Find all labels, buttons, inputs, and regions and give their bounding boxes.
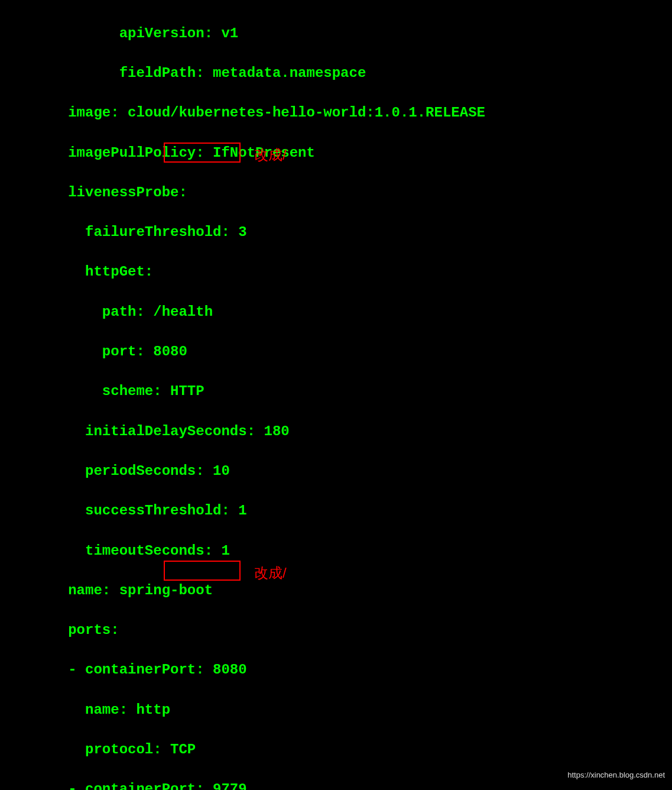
code-line: httpGet: bbox=[0, 262, 672, 282]
code-text: name: http bbox=[34, 702, 170, 718]
indent bbox=[0, 503, 34, 519]
indent bbox=[0, 622, 34, 638]
code-line: path: /health bbox=[0, 302, 672, 322]
annotation-change-to-2: 改成/ bbox=[254, 563, 287, 583]
indent bbox=[0, 702, 34, 718]
indent bbox=[0, 742, 34, 757]
indent bbox=[0, 105, 34, 121]
indent bbox=[0, 145, 34, 161]
code-line: timeoutSeconds: 1 bbox=[0, 541, 672, 561]
code-text: path: /health bbox=[34, 304, 213, 320]
code-line: port: 8080 bbox=[0, 342, 672, 362]
indent bbox=[0, 184, 34, 200]
indent bbox=[0, 423, 34, 439]
code-line: protocol: TCP bbox=[0, 740, 672, 760]
indent bbox=[0, 781, 34, 790]
indent bbox=[0, 25, 34, 41]
indent bbox=[0, 662, 34, 678]
code-line: - containerPort: 8080 bbox=[0, 660, 672, 680]
code-text: httpGet: bbox=[34, 264, 154, 280]
indent bbox=[0, 383, 34, 399]
code-text: fieldPath: metadata.namespace bbox=[34, 65, 366, 81]
code-line: name: spring-boot bbox=[0, 581, 672, 601]
code-text: scheme: HTTP bbox=[34, 383, 204, 399]
annotation-change-to-1: 改成/ bbox=[254, 145, 287, 165]
indent bbox=[0, 344, 34, 360]
code-line: failureThreshold: 3 bbox=[0, 222, 672, 242]
indent bbox=[0, 463, 34, 479]
code-text: periodSeconds: 10 bbox=[34, 463, 230, 479]
code-line: livenessProbe: bbox=[0, 183, 672, 203]
code-line: periodSeconds: 10 bbox=[0, 461, 672, 481]
indent bbox=[0, 65, 34, 81]
indent bbox=[0, 582, 34, 598]
code-text: ports: bbox=[34, 622, 119, 638]
indent bbox=[0, 264, 34, 280]
code-line: successThreshold: 1 bbox=[0, 501, 672, 521]
code-text: apiVersion: v1 bbox=[34, 25, 239, 41]
code-text: protocol: TCP bbox=[34, 742, 196, 757]
code-line: ports: bbox=[0, 620, 672, 640]
code-line: fieldPath: metadata.namespace bbox=[0, 63, 672, 83]
code-text: - containerPort: 9779 bbox=[34, 781, 247, 790]
code-text: successThreshold: 1 bbox=[34, 503, 247, 519]
code-line: image: cloud/kubernetes-hello-world:1.0.… bbox=[0, 103, 672, 123]
code-line: initialDelaySeconds: 180 bbox=[0, 422, 672, 442]
code-line: apiVersion: v1 bbox=[0, 24, 672, 44]
code-text: livenessProbe: bbox=[34, 184, 187, 200]
code-text: timeoutSeconds: 1 bbox=[34, 543, 230, 559]
code-text: port: 8080 bbox=[34, 344, 187, 360]
code-text: initialDelaySeconds: 180 bbox=[34, 423, 290, 439]
indent bbox=[0, 543, 34, 559]
code-line: scheme: HTTP bbox=[0, 381, 672, 402]
code-text: - containerPort: 8080 bbox=[34, 662, 247, 678]
code-text: image: cloud/kubernetes-hello-world:1.0.… bbox=[34, 105, 485, 121]
indent bbox=[0, 304, 34, 320]
code-text: failureThreshold: 3 bbox=[34, 224, 247, 240]
code-line: name: http bbox=[0, 700, 672, 720]
highlight-box-liveness-path bbox=[164, 143, 241, 163]
code-line: imagePullPolicy: IfNotPresent bbox=[0, 143, 672, 163]
indent bbox=[0, 224, 34, 240]
code-text: name: spring-boot bbox=[34, 582, 213, 598]
code-block: apiVersion: v1 fieldPath: metadata.names… bbox=[0, 4, 672, 790]
watermark-text: https://xinchen.blog.csdn.net bbox=[567, 765, 665, 785]
highlight-box-readiness-path bbox=[164, 561, 241, 581]
